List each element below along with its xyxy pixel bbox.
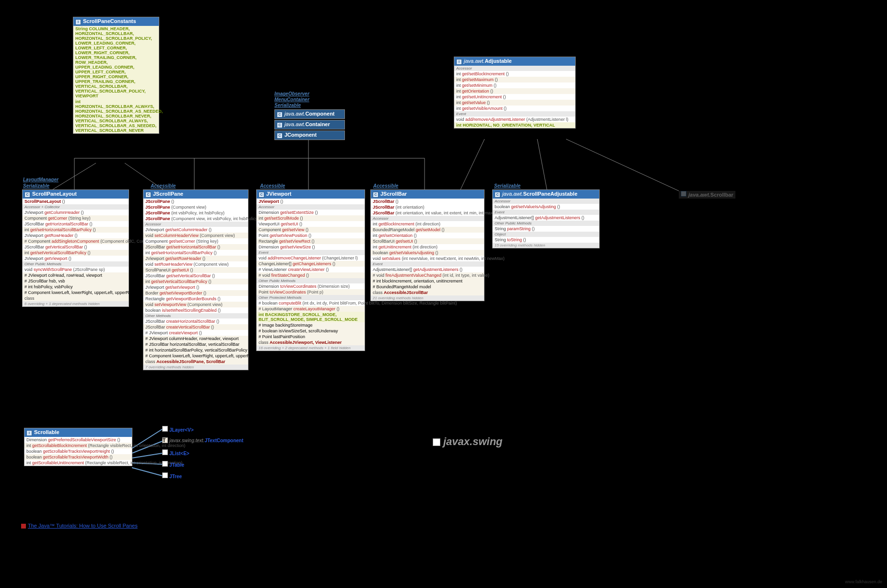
class-JViewport: CJViewport JViewport () Accessor Dimensi… — [256, 189, 365, 351]
stereo-serializable: Serializable — [23, 183, 49, 188]
svg-line-8 — [461, 139, 485, 189]
package-label: javax.swing — [433, 435, 503, 448]
class-Component: Cjava.awt.Component — [274, 109, 345, 119]
stereo-menucontainer: MenuContainer — [274, 97, 309, 102]
impl-JTable[interactable]: JTable — [162, 461, 184, 468]
stereo-serializable2: Serializable — [494, 183, 520, 188]
stereo-accessible2: Accessible — [260, 183, 285, 188]
stereo-imageobserver: ImageObserver — [274, 91, 309, 96]
class-Adjustable: Ijava.awt.Adjustable Accessor int get/se… — [454, 57, 576, 129]
class-Container: Cjava.awt.Container — [274, 120, 345, 129]
class-JComponent: CJComponent — [274, 130, 345, 140]
svg-line-15 — [132, 468, 162, 476]
class-JScrollPane: CJScrollPane JScrollPane () JScrollPane … — [143, 189, 248, 370]
stereo-accessible: Accessible — [151, 183, 176, 188]
class-JScrollBar: CJScrollBar JScrollBar () JScrollBar (in… — [370, 189, 485, 301]
class-ScrollPaneConstants: IScrollPaneConstants String COLUMN_HEADE… — [73, 17, 159, 134]
title: ScrollPaneConstants — [83, 18, 136, 24]
class-ScrollPaneLayout: CScrollPaneLayout ScrollPaneLayout () Ac… — [22, 189, 129, 307]
svg-line-9 — [537, 139, 547, 189]
stereo-layoutmanager: LayoutManager — [23, 177, 59, 182]
impl-JTree[interactable]: JTree — [162, 472, 182, 479]
stereo-serializable3: Serializable — [274, 103, 301, 108]
svg-line-6 — [53, 163, 96, 189]
class-Scrollable: IScrollable Dimension getPreferredScroll… — [24, 428, 132, 466]
class-Scrollbar-ghost: java.awt.Scrollbar — [679, 191, 735, 198]
impl-JTextComponent[interactable]: Tjavax.swing.text.JTextComponent — [162, 437, 243, 443]
class-ScrollPaneAdjustable: Cjava.awt.ScrollPaneAdjustable Accessor … — [492, 189, 600, 248]
watermark: www.falkhausen.de — [845, 579, 882, 584]
svg-line-13 — [132, 453, 162, 458]
svg-line-10 — [566, 139, 679, 191]
impl-JLayer[interactable]: JLayer<V> — [162, 426, 194, 433]
stereo-accessible3: Accessible — [373, 183, 398, 188]
tutorial-link[interactable]: The Java™ Tutorials: How to Use Scroll P… — [21, 523, 138, 529]
impl-JList[interactable]: JList<E> — [162, 449, 189, 456]
